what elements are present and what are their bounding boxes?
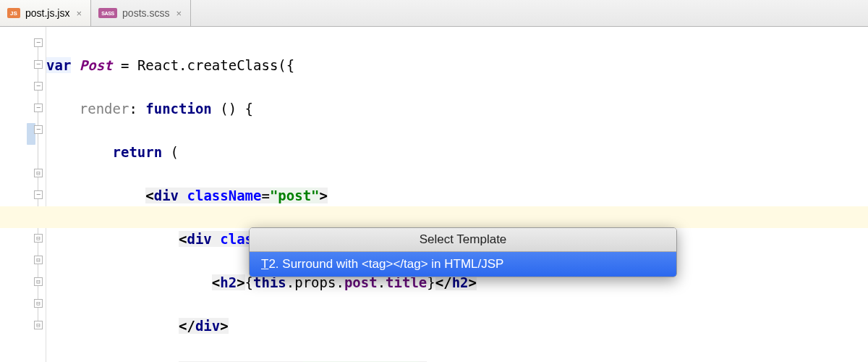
popup-header: Select Template <box>250 228 676 252</box>
tab-posts-scss[interactable]: SASS posts.scss × <box>91 0 191 26</box>
fold-end-icon[interactable] <box>34 234 43 243</box>
jsx-tag: div <box>195 318 220 334</box>
surround-with-popup: Select Template T2. Surround with <tag><… <box>249 227 677 277</box>
jsx-tag: div <box>187 231 220 247</box>
fold-end-icon[interactable] <box>34 256 43 264</box>
fold-icon[interactable] <box>34 60 43 69</box>
string: "post" <box>270 188 320 203</box>
code-area[interactable]: var Post = React.createClass({ render: f… <box>46 27 868 362</box>
close-icon[interactable]: × <box>174 8 183 19</box>
keyword: var <box>46 57 71 73</box>
keyword: function <box>145 101 212 117</box>
fold-icon[interactable] <box>34 190 43 199</box>
jsx-tag: h2 <box>220 274 237 290</box>
fold-icon[interactable] <box>34 82 43 90</box>
fold-icon[interactable] <box>34 125 43 134</box>
mnemonic: T <box>261 257 268 271</box>
fold-end-icon[interactable] <box>34 321 43 329</box>
tab-label: post.js.jsx <box>25 7 69 19</box>
popup-item-surround-tag[interactable]: T2. Surround with <tag></tag> in HTML/JS… <box>250 252 676 277</box>
tab-label: posts.scss <box>122 7 169 19</box>
tab-post-js-jsx[interactable]: JS post.js.jsx × <box>0 0 91 26</box>
editor[interactable]: var Post = React.createClass({ render: f… <box>0 27 868 362</box>
fold-icon[interactable] <box>34 38 43 47</box>
property: render <box>80 101 129 117</box>
sass-file-icon: SASS <box>98 8 117 18</box>
keyword: return <box>113 144 163 160</box>
js-file-icon: JS <box>7 8 20 18</box>
fold-end-icon[interactable] <box>34 169 43 177</box>
jsx-attr: className <box>187 188 262 203</box>
jsx-tag: div <box>154 188 187 203</box>
fold-end-icon[interactable] <box>34 299 43 308</box>
close-icon[interactable]: × <box>75 8 83 19</box>
fold-end-icon[interactable] <box>34 277 43 286</box>
fold-icon[interactable] <box>34 104 43 112</box>
tab-bar: JS post.js.jsx × SASS posts.scss × <box>0 0 868 27</box>
gutter <box>0 27 46 362</box>
class-name: Post <box>80 57 113 73</box>
